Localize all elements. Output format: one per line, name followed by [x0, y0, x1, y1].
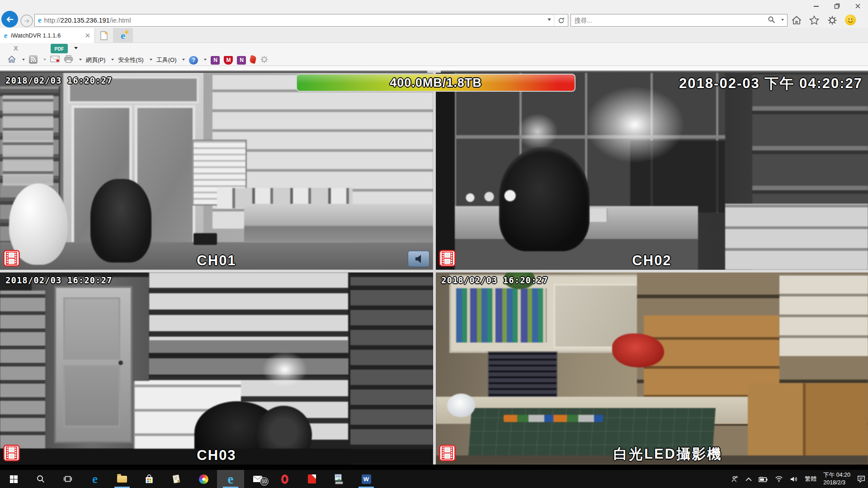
camera-ch01[interactable]: 2018/02/03 16:20:27 CH01	[0, 73, 433, 270]
camera-ch03[interactable]: 2018/02/03 16:20:27 CH03	[0, 272, 433, 465]
search-input[interactable]	[571, 14, 788, 27]
address-dropdown-button[interactable]	[543, 14, 554, 26]
address-bar[interactable]: e http://220.135.236.191/ie.html	[34, 14, 568, 27]
page-bottom-strip	[0, 465, 868, 470]
photo-viewer-button[interactable]	[190, 470, 217, 488]
scene-shape	[517, 113, 558, 150]
edge-launch-button[interactable]: e	[113, 28, 133, 43]
opera-button[interactable]	[271, 470, 298, 488]
addon-settings-button[interactable]	[260, 55, 269, 66]
camera-ch02[interactable]: CH02	[436, 73, 868, 270]
print-tool-button[interactable]: 010	[326, 470, 353, 488]
mail-button[interactable]: 10	[244, 470, 271, 488]
svg-text:010: 010	[336, 475, 340, 478]
scene-shape	[461, 186, 524, 206]
camera-label: 白光LED攝影機	[613, 445, 722, 464]
ime-indicator[interactable]: 繁體	[805, 475, 816, 483]
print-button[interactable]	[64, 55, 73, 65]
mcafee-button[interactable]: M	[224, 56, 233, 65]
refresh-button[interactable]	[554, 14, 568, 26]
windows-logo-icon	[9, 475, 18, 483]
chevron-down-icon[interactable]	[111, 59, 114, 62]
tab-close-button[interactable]: ✕	[85, 32, 90, 40]
mail-icon	[50, 56, 60, 63]
toolbar-close-button[interactable]: X	[14, 44, 18, 52]
internet-explorer-icon: e	[228, 472, 234, 487]
feedback-button[interactable]	[845, 14, 856, 25]
command-bar: 網頁(P) 安全性(S) 工具(O) ? N M N	[0, 55, 868, 66]
chevron-down-icon[interactable]	[22, 59, 25, 62]
journal-button[interactable]	[163, 470, 190, 488]
foxit-reader-button[interactable]	[298, 470, 326, 488]
tab-iwatchdvr[interactable]: e iWatchDVR 1.1.1.6 ✕	[0, 28, 95, 43]
forward-button[interactable]	[20, 14, 33, 27]
clock-time: 下午 04:20	[823, 471, 850, 479]
forward-arrow-icon	[24, 18, 30, 24]
camera-label: CH03	[0, 447, 433, 464]
favorites-button[interactable]	[809, 15, 820, 28]
smiley-icon	[845, 14, 856, 25]
read-mail-button[interactable]	[50, 56, 60, 65]
tools-menu[interactable]: 工具(O)	[156, 56, 177, 64]
chevron-down-icon[interactable]	[150, 59, 152, 62]
battery-indicator[interactable]	[759, 476, 768, 482]
chevron-down-icon[interactable]	[43, 59, 46, 62]
restore-button[interactable]	[826, 0, 847, 12]
volume-indicator[interactable]	[790, 476, 798, 483]
file-explorer-button[interactable]	[108, 470, 136, 488]
word-button[interactable]: W	[353, 470, 380, 488]
home-button[interactable]	[791, 15, 802, 28]
store-button[interactable]	[136, 470, 163, 488]
record-icon	[439, 445, 456, 461]
scene-shape	[63, 297, 120, 360]
pdf-dropdown-icon[interactable]	[74, 47, 78, 51]
search-icon[interactable]	[768, 16, 776, 26]
camera-scene	[436, 272, 868, 465]
chevron-down-icon[interactable]	[204, 59, 207, 62]
feeds-button[interactable]	[29, 55, 38, 66]
safety-menu[interactable]: 安全性(S)	[118, 56, 143, 64]
scene-shape	[456, 288, 547, 343]
people-button[interactable]	[731, 475, 739, 483]
chevron-down-icon[interactable]	[79, 59, 82, 62]
help-menu-button[interactable]: ?	[189, 56, 198, 65]
network-indicator[interactable]	[775, 476, 783, 482]
camera-ch04[interactable]: 2018/02/03 16:20:27 白光LED攝影機	[436, 272, 868, 465]
page-menu[interactable]: 網頁(P)	[86, 56, 105, 64]
search-dropdown-icon[interactable]	[781, 19, 784, 22]
tray-expand-button[interactable]	[745, 477, 752, 481]
restore-icon	[834, 3, 840, 9]
speaker-button[interactable]	[408, 251, 429, 267]
tray-clock[interactable]: 下午 04:20 2018/2/3	[823, 471, 850, 487]
back-arrow-icon	[5, 14, 15, 24]
taskbar-search-button[interactable]	[27, 470, 54, 488]
onenote-linked-button[interactable]: N	[237, 56, 246, 65]
scene-shape	[244, 204, 433, 242]
tab-title: iWatchDVR 1.1.1.6	[11, 32, 61, 39]
task-view-button[interactable]	[54, 470, 81, 488]
scene-shape	[350, 277, 433, 465]
page-background	[0, 66, 868, 70]
taskbar-edge-button[interactable]: e	[81, 470, 108, 488]
minimize-button[interactable]	[806, 0, 826, 12]
home-icon	[791, 15, 802, 26]
pdf-badge[interactable]: PDF	[51, 44, 68, 53]
task-view-icon	[63, 475, 72, 483]
foxit-button[interactable]	[250, 56, 256, 65]
camera-timestamp: 2018/02/03 16:20:27	[441, 275, 548, 285]
home-menu-button[interactable]	[7, 55, 16, 66]
action-center-button[interactable]	[857, 475, 865, 483]
taskbar-ie-button[interactable]: e	[217, 470, 244, 488]
onenote-button[interactable]: N	[211, 56, 220, 65]
close-button[interactable]	[847, 0, 868, 12]
scene-shape	[436, 73, 455, 270]
new-tab-button[interactable]	[98, 30, 110, 42]
edge-icon: e	[92, 472, 98, 486]
scene-shape	[779, 275, 868, 356]
settings-button[interactable]	[827, 15, 838, 28]
chevron-down-icon[interactable]	[182, 59, 185, 62]
back-button[interactable]	[1, 11, 18, 28]
action-center-icon	[857, 475, 865, 483]
start-button[interactable]	[0, 470, 27, 488]
title-bar	[0, 0, 868, 13]
